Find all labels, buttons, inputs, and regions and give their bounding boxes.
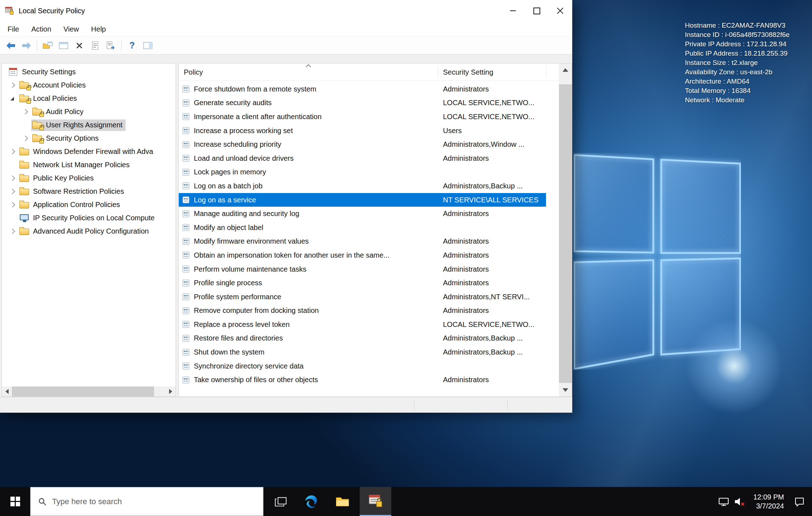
- menu-file[interactable]: File: [1, 22, 25, 37]
- tree-item-account-policies[interactable]: Account Policies: [2, 79, 176, 92]
- expand-chevron-icon[interactable]: [6, 176, 18, 180]
- policy-row-restore-files-and-directories[interactable]: Restore files and directories Administra…: [179, 332, 546, 346]
- policy-row-synchronize-directory-service-data[interactable]: Synchronize directory service data: [179, 359, 546, 373]
- expand-chevron-icon[interactable]: [6, 83, 18, 87]
- tree-entry[interactable]: Software Restriction Policies: [18, 186, 127, 197]
- list-button[interactable]: [87, 38, 103, 53]
- policy-row-replace-a-process-level-token[interactable]: Replace a process level token LOCAL SERV…: [179, 318, 546, 332]
- maximize-button[interactable]: [525, 0, 549, 22]
- tree-entry[interactable]: Windows Defender Firewall with Adva: [18, 146, 157, 158]
- menu-help[interactable]: Help: [85, 22, 112, 37]
- policy-row-shut-down-the-system[interactable]: Shut down the system Administrators,Back…: [179, 345, 546, 359]
- taskbar-clock[interactable]: 12:09 PM 3/7/2024: [753, 493, 784, 511]
- scroll-left-arrow[interactable]: [2, 386, 12, 397]
- edge-browser-button[interactable]: [298, 487, 325, 516]
- policy-row-profile-system-performance[interactable]: Profile system performance Administrator…: [179, 290, 546, 304]
- back-button[interactable]: [3, 38, 19, 53]
- tree-entry[interactable]: User Rights Assignment: [31, 119, 126, 131]
- tree-item-network-list-manager-policies[interactable]: Network List Manager Policies: [2, 158, 176, 172]
- tree-item-user-rights-assignment[interactable]: User Rights Assignment: [2, 118, 176, 132]
- close-button[interactable]: [549, 0, 572, 22]
- network-tray-button[interactable]: [716, 487, 732, 516]
- file-explorer-button[interactable]: [329, 487, 356, 516]
- tree-entry[interactable]: Security Settings: [7, 66, 79, 78]
- policy-row-impersonate-a-client-after-authentication[interactable]: Impersonate a client after authenticatio…: [179, 110, 546, 124]
- tree-entry[interactable]: Local Policies: [18, 93, 80, 104]
- column-header-security-setting[interactable]: Security Setting: [443, 68, 493, 76]
- tree-entry[interactable]: Security Options: [31, 133, 102, 144]
- taskbar-search[interactable]: [30, 487, 263, 516]
- tree-item-windows-defender-firewall-with-adva[interactable]: Windows Defender Firewall with Adva: [2, 145, 176, 158]
- expand-chevron-icon[interactable]: [6, 189, 18, 193]
- column-header-policy[interactable]: Policy: [184, 68, 203, 76]
- start-button[interactable]: [0, 487, 30, 516]
- policy-row-lock-pages-in-memory[interactable]: Lock pages in memory: [179, 165, 546, 179]
- forward-button[interactable]: [19, 38, 34, 53]
- delete-button[interactable]: [71, 38, 87, 53]
- pane-splitter[interactable]: [176, 63, 178, 397]
- scrollbar-thumb[interactable]: [12, 386, 154, 397]
- tree-item-security-settings[interactable]: Security Settings: [2, 65, 176, 79]
- show-hide-action-pane-button[interactable]: [140, 38, 156, 53]
- minimize-button[interactable]: [501, 0, 525, 22]
- policy-row-increase-scheduling-priority[interactable]: Increase scheduling priority Administrat…: [179, 137, 546, 151]
- tree-entry[interactable]: Account Policies: [18, 80, 89, 91]
- tree-horizontal-scrollbar[interactable]: [2, 386, 176, 397]
- export-list-button[interactable]: [103, 38, 119, 53]
- scroll-up-arrow[interactable]: [559, 64, 572, 76]
- list-vertical-scrollbar[interactable]: [559, 64, 572, 397]
- tree-entry[interactable]: Application Control Policies: [18, 199, 123, 211]
- policy-row-perform-volume-maintenance-tasks[interactable]: Perform volume maintenance tasks Adminis…: [179, 262, 546, 276]
- policy-row-take-ownership-of-files-or-other-objects[interactable]: Take ownership of files or other objects…: [179, 373, 546, 387]
- expand-chevron-icon[interactable]: [19, 136, 31, 140]
- expand-chevron-icon[interactable]: [6, 150, 18, 154]
- show-hide-console-tree-button[interactable]: [40, 38, 56, 53]
- policy-row-generate-security-audits[interactable]: Generate security audits LOCAL SERVICE,N…: [179, 96, 546, 110]
- scroll-down-arrow[interactable]: [559, 384, 572, 397]
- tree-item-advanced-audit-policy-configuration[interactable]: Advanced Audit Policy Configuration: [2, 225, 176, 238]
- scroll-right-arrow[interactable]: [165, 386, 176, 397]
- expand-chevron-icon[interactable]: [6, 97, 18, 100]
- expand-chevron-icon[interactable]: [6, 203, 18, 207]
- properties-button[interactable]: [56, 38, 71, 53]
- tree-entry[interactable]: IP Security Policies on Local Compute: [18, 212, 158, 224]
- policy-row-obtain-an-impersonation-token-for-another-[interactable]: Obtain an impersonation token for anothe…: [179, 248, 546, 262]
- tree-item-label: Audit Policy: [46, 108, 84, 116]
- tree-item-security-options[interactable]: Security Options: [2, 132, 176, 145]
- help-button[interactable]: ?: [124, 38, 140, 53]
- tree-item-software-restriction-policies[interactable]: Software Restriction Policies: [2, 185, 176, 198]
- column-divider[interactable]: [546, 66, 546, 78]
- action-center-button[interactable]: [790, 487, 809, 516]
- tree-item-public-key-policies[interactable]: Public Key Policies: [2, 172, 176, 185]
- task-view-button[interactable]: [267, 487, 294, 516]
- column-divider[interactable]: [438, 66, 438, 78]
- search-input[interactable]: [52, 497, 221, 506]
- tree-entry[interactable]: Advanced Audit Policy Configuration: [18, 226, 152, 237]
- policy-row-modify-an-object-label[interactable]: Modify an object label: [179, 221, 546, 235]
- policy-row-load-and-unload-device-drivers[interactable]: Load and unload device drivers Administr…: [179, 151, 546, 165]
- policy-row-log-on-as-a-batch-job[interactable]: Log on as a batch job Administrators,Bac…: [179, 179, 546, 193]
- tree-item-audit-policy[interactable]: Audit Policy: [2, 105, 176, 118]
- policy-row-modify-firmware-environment-values[interactable]: Modify firmware environment values Admin…: [179, 235, 546, 249]
- tree-entry[interactable]: Audit Policy: [31, 106, 87, 118]
- expand-chevron-icon[interactable]: [6, 229, 18, 233]
- tree-entry[interactable]: Network List Manager Policies: [18, 159, 133, 171]
- policy-row-remove-computer-from-docking-station[interactable]: Remove computer from docking station Adm…: [179, 304, 546, 318]
- local-security-policy-taskbar-button[interactable]: [360, 487, 391, 516]
- scrollbar-thumb[interactable]: [559, 84, 572, 383]
- tree-entry[interactable]: Public Key Policies: [18, 173, 97, 184]
- policy-row-increase-a-process-working-set[interactable]: Increase a process working set Users: [179, 124, 546, 138]
- menu-action[interactable]: Action: [25, 22, 57, 37]
- tree-item-application-control-policies[interactable]: Application Control Policies: [2, 198, 176, 211]
- volume-tray-button[interactable]: [732, 487, 747, 516]
- policy-row-log-on-as-a-service[interactable]: Log on as a service NT SERVICE\ALL SERVI…: [179, 193, 546, 207]
- policy-icon: [182, 154, 190, 163]
- tree-item-ip-security-policies-on-local-compute[interactable]: IP Security Policies on Local Compute: [2, 211, 176, 225]
- menu-view[interactable]: View: [57, 22, 85, 37]
- expand-chevron-icon[interactable]: [19, 110, 31, 114]
- tree-item-local-policies[interactable]: Local Policies: [2, 92, 176, 105]
- policy-row-manage-auditing-and-security-log[interactable]: Manage auditing and security log Adminis…: [179, 207, 546, 221]
- policy-row-profile-single-process[interactable]: Profile single process Administrators: [179, 276, 546, 290]
- policy-row-force-shutdown-from-a-remote-system[interactable]: Force shutdown from a remote system Admi…: [179, 82, 546, 96]
- title-bar: Local Security Policy: [0, 0, 572, 22]
